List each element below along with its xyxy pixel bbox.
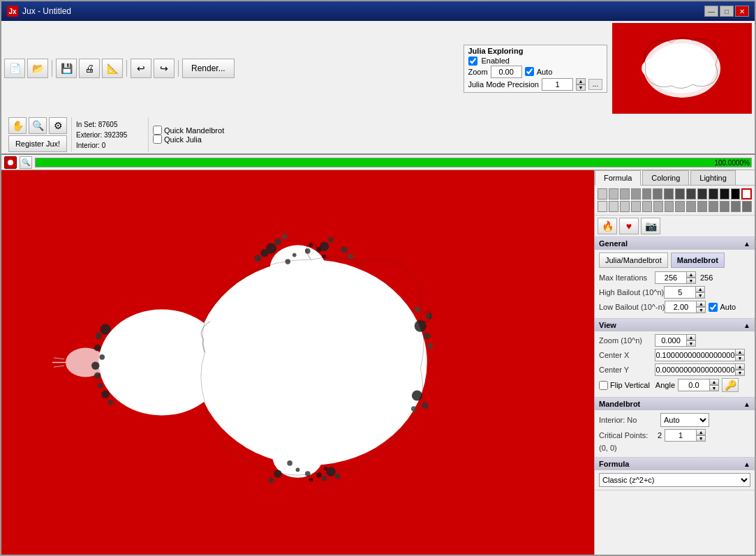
redo-button[interactable]: ↪ xyxy=(154,59,175,78)
color-cell-active[interactable] xyxy=(741,188,752,200)
tool-btn-1[interactable]: ✋ xyxy=(8,117,27,134)
export-button[interactable]: 📐 xyxy=(102,59,123,78)
center-x-spin-down[interactable]: ▼ xyxy=(735,355,745,361)
color-cell[interactable] xyxy=(686,201,696,212)
saveas-button[interactable]: 🖨 xyxy=(79,59,100,78)
flip-vertical-checkbox[interactable] xyxy=(599,381,608,390)
open-button[interactable]: 📂 xyxy=(27,59,48,78)
stop-button[interactable] xyxy=(4,156,17,169)
zoom-spin-down[interactable]: ▼ xyxy=(686,340,696,347)
low-bailout-spin-up[interactable]: ▲ xyxy=(696,301,706,307)
flame-icon-btn[interactable]: 🔥 xyxy=(598,218,617,234)
color-cell[interactable] xyxy=(653,201,663,212)
fractal-canvas[interactable] xyxy=(1,170,594,555)
color-cell[interactable] xyxy=(620,201,630,212)
color-cell[interactable] xyxy=(631,188,641,200)
zoom-input[interactable] xyxy=(655,334,686,347)
center-x-spin-up[interactable]: ▲ xyxy=(735,349,745,355)
heart-icon-btn[interactable]: ♥ xyxy=(619,218,639,234)
color-cell[interactable] xyxy=(742,201,752,212)
save-button[interactable]: 💾 xyxy=(56,59,77,78)
flip-vertical-label[interactable]: Flip Vertical xyxy=(599,381,650,390)
max-iter-input[interactable] xyxy=(655,271,686,284)
minimize-button[interactable]: — xyxy=(704,6,718,17)
mandelbrot-collapse[interactable]: ▲ xyxy=(743,400,750,408)
color-cell[interactable] xyxy=(697,201,707,212)
auto-checkbox-label[interactable]: Auto xyxy=(709,303,736,312)
low-bailout-spin-down[interactable]: ▼ xyxy=(696,307,706,313)
precision-input[interactable] xyxy=(542,78,573,91)
color-cell[interactable] xyxy=(609,188,618,200)
formula-select[interactable]: Classic (z^2+c) xyxy=(599,473,750,487)
color-cell[interactable] xyxy=(731,201,741,212)
critical-spin-up[interactable]: ▲ xyxy=(696,429,706,435)
julia-zoom-input[interactable] xyxy=(491,66,522,78)
angle-input[interactable] xyxy=(678,379,709,391)
precision-spin-down[interactable]: ▼ xyxy=(576,84,586,91)
auto-zoom-label[interactable]: Auto xyxy=(537,68,553,76)
close-button[interactable]: ✕ xyxy=(735,6,749,17)
color-cell[interactable] xyxy=(686,188,696,200)
camera-icon-btn[interactable]: 📷 xyxy=(641,218,660,234)
undo-button[interactable]: ↩ xyxy=(131,59,151,78)
precision-spin-up[interactable]: ▲ xyxy=(576,78,586,84)
color-cell[interactable] xyxy=(598,188,607,200)
angle-icon-btn[interactable]: 🔑 xyxy=(722,378,739,392)
max-iter-spin-up[interactable]: ▲ xyxy=(686,271,696,278)
color-cell[interactable] xyxy=(697,188,707,200)
color-cell[interactable] xyxy=(675,201,685,212)
auto-zoom-checkbox[interactable] xyxy=(525,67,534,76)
critical-spin-input[interactable] xyxy=(665,429,696,442)
high-bailout-input[interactable] xyxy=(664,286,695,299)
low-bailout-input[interactable] xyxy=(665,301,696,313)
high-bailout-spin-down[interactable]: ▼ xyxy=(695,292,705,299)
color-cell[interactable] xyxy=(664,188,674,200)
mandelbrot-button[interactable]: Mandelbrot xyxy=(671,253,725,268)
center-y-spin-down[interactable]: ▼ xyxy=(735,370,745,376)
render-button[interactable]: Render... xyxy=(182,59,235,78)
register-button[interactable]: Register Jux! xyxy=(8,135,67,152)
center-y-input[interactable] xyxy=(655,363,735,376)
general-collapse[interactable]: ▲ xyxy=(743,240,750,248)
high-bailout-spin-up[interactable]: ▲ xyxy=(695,286,705,292)
julia-more-button[interactable]: ... xyxy=(588,79,602,90)
color-cell[interactable] xyxy=(598,201,607,212)
julia-mandelbrot-button[interactable]: Julia/Mandelbrot xyxy=(599,253,668,268)
view-collapse[interactable]: ▲ xyxy=(743,322,750,329)
quick-mandelbrot-label[interactable]: Quick Mandelbrot xyxy=(153,126,224,135)
color-cell[interactable] xyxy=(665,201,674,212)
angle-spin-up[interactable]: ▲ xyxy=(709,379,719,385)
color-cell[interactable] xyxy=(642,201,652,212)
color-cell[interactable] xyxy=(720,188,729,200)
color-cell[interactable] xyxy=(709,188,718,200)
formula-collapse[interactable]: ▲ xyxy=(743,460,750,468)
max-iter-spin-down[interactable]: ▼ xyxy=(686,278,696,284)
tool-btn-3[interactable]: ⚙ xyxy=(49,117,67,134)
tab-coloring[interactable]: Coloring xyxy=(642,170,689,185)
quick-julia-label[interactable]: Quick Julia xyxy=(153,135,224,144)
tab-lighting[interactable]: Lighting xyxy=(690,170,736,185)
color-cell[interactable] xyxy=(620,188,630,200)
auto-checkbox[interactable] xyxy=(709,303,718,312)
critical-spin-down[interactable]: ▼ xyxy=(696,435,706,442)
tool-btn-2[interactable]: 🔍 xyxy=(29,117,47,134)
search-button[interactable]: 🔍 xyxy=(20,156,32,169)
auto-select[interactable]: Auto xyxy=(660,413,709,427)
color-cell[interactable] xyxy=(642,188,652,200)
maximize-button[interactable]: □ xyxy=(720,6,734,17)
tab-formula[interactable]: Formula xyxy=(595,170,641,186)
center-x-input[interactable] xyxy=(655,349,735,361)
center-y-spin-up[interactable]: ▲ xyxy=(735,363,745,370)
julia-enabled-label[interactable]: Enabled xyxy=(482,57,510,65)
color-cell[interactable] xyxy=(731,188,741,200)
color-cell[interactable] xyxy=(709,201,718,212)
new-button[interactable]: 📄 xyxy=(4,59,25,78)
color-cell[interactable] xyxy=(609,201,618,212)
zoom-spin-up[interactable]: ▲ xyxy=(686,334,696,340)
color-cell[interactable] xyxy=(675,188,685,200)
color-cell[interactable] xyxy=(720,201,729,212)
julia-enabled-checkbox[interactable] xyxy=(468,57,477,66)
angle-spin-down[interactable]: ▼ xyxy=(709,385,719,391)
quick-mandelbrot-checkbox[interactable] xyxy=(153,126,162,135)
quick-julia-checkbox[interactable] xyxy=(153,135,162,144)
